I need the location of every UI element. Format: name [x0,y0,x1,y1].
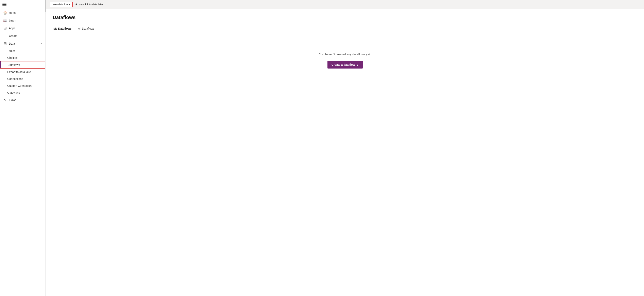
page-title: Dataflows [52,15,638,20]
sidebar-item-apps-label: Apps [9,27,16,30]
empty-state: You haven't created any dataflows yet. C… [52,40,638,81]
hamburger-menu-icon[interactable] [2,3,6,7]
new-link-label: New link to data lake [78,3,103,6]
sidebar-item-choices[interactable]: Choices [0,54,46,61]
sidebar-item-gateways-label: Gateways [7,91,20,94]
toolbar: New dataflow ▾ + New link to data lake [46,0,644,9]
content-area: Dataflows My Dataflows All Dataflows You… [46,9,644,296]
new-dataflow-button[interactable]: New dataflow ▾ [50,2,73,7]
tab-all-dataflows[interactable]: All Dataflows [77,25,95,32]
sidebar-item-export-data-lake[interactable]: Export to data lake [0,69,46,75]
sidebar-item-custom-connectors-label: Custom Connectors [7,84,32,87]
sidebar-item-create-label: Create [9,34,18,38]
sidebar-item-choices-label: Choices [7,56,18,59]
sidebar-item-data-label: Data [9,42,15,45]
sidebar-item-data[interactable]: ⊞ Data ∧ [0,40,46,47]
sidebar-item-connections[interactable]: Connections [0,75,46,82]
sidebar-item-flows[interactable]: ⤷ Flows [0,96,46,104]
sidebar-item-tables-label: Tables [7,49,16,53]
sidebar-item-learn-label: Learn [9,19,16,22]
sidebar-scrollbar[interactable] [45,0,46,296]
data-icon: ⊞ [3,42,7,45]
sidebar: 🏠 Home 📖 Learn ⊞ Apps + Create ⊞ Data ∧ … [0,0,46,296]
create-dataflow-button[interactable]: Create a dataflow ∨ [328,61,363,69]
sidebar-item-dataflows[interactable]: Dataflows [0,61,46,69]
create-icon: + [3,34,7,38]
sidebar-item-dataflows-label: Dataflows [8,63,20,67]
new-link-data-lake-button[interactable]: + New link to data lake [74,2,105,7]
home-icon: 🏠 [3,11,7,15]
sidebar-item-gateways[interactable]: Gateways [0,89,46,96]
main-content: New dataflow ▾ + New link to data lake D… [46,0,644,296]
sidebar-item-apps[interactable]: ⊞ Apps [0,24,46,32]
sidebar-item-create[interactable]: + Create [0,32,46,40]
create-dataflow-label: Create a dataflow [332,63,355,66]
tab-all-dataflows-label: All Dataflows [78,27,94,30]
sidebar-item-tables[interactable]: Tables [0,47,46,54]
sidebar-item-home-label: Home [9,11,16,14]
sidebar-item-connections-label: Connections [7,77,23,80]
sidebar-item-custom-connectors[interactable]: Custom Connectors [0,82,46,89]
data-chevron-icon: ∧ [41,42,43,45]
flows-icon: ⤷ [3,98,7,102]
new-dataflow-dropdown-icon: ▾ [69,3,70,6]
sidebar-item-flows-label: Flows [9,98,16,102]
sidebar-item-home[interactable]: 🏠 Home [0,9,46,17]
tab-my-dataflows[interactable]: My Dataflows [52,25,72,32]
sidebar-scrollbar-thumb[interactable] [45,0,46,12]
new-dataflow-label: New dataflow [52,3,68,6]
sidebar-item-learn[interactable]: 📖 Learn [0,17,46,24]
learn-icon: 📖 [3,19,7,22]
apps-icon: ⊞ [3,26,7,30]
tabs: My Dataflows All Dataflows [52,25,638,32]
create-dataflow-chevron-icon: ∨ [356,63,359,66]
sidebar-item-export-data-lake-label: Export to data lake [7,70,31,74]
sidebar-top-bar [0,0,46,9]
plus-icon: + [76,3,77,6]
tab-my-dataflows-label: My Dataflows [54,27,72,30]
empty-message: You haven't created any dataflows yet. [319,53,371,56]
